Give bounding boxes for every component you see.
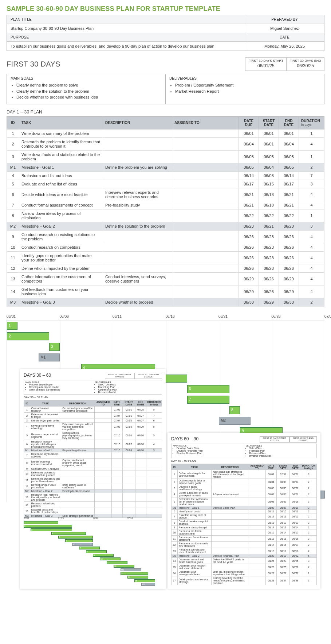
col-id: ID [7, 116, 19, 129]
prepared-by-value: Miguel Sanchez [245, 24, 324, 33]
first-30-start-box: FIRST 30 DAYS START 06/01/25 [245, 57, 287, 71]
gantt-bar: 8 [229, 406, 240, 414]
day-1-30-plan-label: DAY 1 – 30 PLAN [7, 109, 324, 115]
goal-item: Clearly define the solution to the probl… [16, 88, 162, 95]
days-60-90-overlay: DAYS 60 – 90 FIRST 30 DAYS START07/31/25… [168, 433, 320, 589]
gantt-bar: 2 [7, 332, 49, 340]
date-label: DATE [245, 33, 324, 42]
table-row: 2Research the problem to identify factor… [7, 137, 324, 150]
gantt-tick: 06/16 [166, 313, 219, 320]
col-duration: DURATIONin days [299, 116, 324, 129]
purpose-value: To establish our business goals and deli… [7, 42, 245, 51]
meta-table: PLAN TITLE PREPARED BY Startup Company 3… [7, 15, 324, 51]
table-row: M2Milestone – Goal 2Define the solution … [7, 222, 324, 230]
col-end-date: END DATE [279, 116, 299, 129]
table-row: 6Decide which ideas are most feasibleInt… [7, 188, 324, 201]
col-date-due: DATE DUE [239, 116, 259, 129]
plan-title-value: Startup Company 30-60-90 Day Business Pl… [7, 24, 245, 33]
table-row: 11Identify gaps or opportunities that ma… [7, 251, 324, 264]
deliverable-item: Problem / Opportunity Statement [175, 82, 320, 88]
first-30-start-label: FIRST 30 DAYS START [245, 58, 286, 63]
table-row: 7Conduct formal assessments of conceptPr… [7, 201, 324, 209]
days-30-60-overlay: DAYS 30 – 60 FIRST 30 DAYS START07/01/25… [20, 369, 166, 589]
gantt-bar: M2 [219, 417, 251, 425]
purpose-label: PURPOSE [7, 33, 245, 42]
goal-item: Decide whether to proceed with business … [16, 94, 162, 100]
table-row: 10Conduct research on competitors06/2606… [7, 243, 324, 251]
col-start-date: START DATE [259, 116, 279, 129]
col-task: TASK [19, 116, 103, 129]
table-row: 5Evaluate and refine list of ideas06/170… [7, 180, 324, 188]
goal-item: Clearly define the problem to solve [16, 82, 162, 88]
plan-table: ID TASK DESCRIPTION ASSIGNED TO DATE DUE… [7, 116, 324, 307]
date-value: Monday, May 26, 2025 [245, 42, 324, 51]
gantt-bar: 1 [7, 322, 17, 330]
days-60-90-heading: DAYS 60 – 90 [171, 436, 260, 441]
table-row: 8Narrow down ideas by process of elimina… [7, 209, 324, 222]
table-row: 1Write down a summary of the problem06/0… [7, 129, 324, 137]
gantt-bar: M1 [39, 353, 60, 361]
gantt-tick: 06/11 [113, 313, 166, 320]
table-row: 9Conduct research on existing solutions … [7, 230, 324, 243]
table-row: 4Brainstorm and list out ideas06/1406/08… [7, 171, 324, 180]
gantt-tick: 06/06 [60, 313, 113, 320]
goals-deliverables-panel: MAIN GOALS Clearly define the problem to… [7, 74, 324, 104]
table-row: 3Write down facts and statistics related… [7, 150, 324, 163]
gantt-bar: 3 [49, 343, 60, 351]
days-30-60-heading: DAYS 30 – 60 [24, 373, 105, 378]
gantt-tick: 06/01 [7, 313, 60, 320]
main-goals-label: MAIN GOALS [11, 76, 162, 80]
first-30-end-box: FIRST 30 DAYS END 06/30/25 [287, 57, 324, 71]
gantt-tick: 06/21 [218, 313, 272, 320]
table-row: 13Gather information on the customers of… [7, 272, 324, 285]
deliverable-item: Market Research Report [175, 88, 320, 95]
col-assigned-to: ASSIGNED TO [172, 116, 239, 129]
prepared-by-label: PREPARED BY [245, 15, 324, 24]
table-row: M1Milestone - Goal 1Define the problem y… [7, 163, 324, 171]
gantt-bar: 7 [187, 396, 229, 404]
table-row: M3Milestone – Goal 3Decide whether to pr… [7, 298, 324, 306]
first-30-days-heading: FIRST 30 DAYS [7, 60, 245, 68]
deliverables-list: Problem / Opportunity StatementMarket Re… [175, 82, 320, 94]
first-30-start-value: 06/01/25 [245, 63, 286, 71]
plan-title-label: PLAN TITLE [7, 15, 245, 24]
goals-list: Clearly define the problem to solveClear… [16, 82, 162, 100]
deliverables-label: DELIVERABLES [169, 76, 320, 80]
gantt-tick: 06/26 [272, 313, 325, 320]
gantt-bar: 6 [187, 385, 229, 393]
table-row: 12Define who is impacted by the problem0… [7, 264, 324, 272]
first-30-end-label: FIRST 30 DAYS END [287, 58, 324, 63]
col-description: DESCRIPTION [103, 116, 172, 129]
document-title: SAMPLE 30-60-90 DAY BUSINESS PLAN FOR ST… [7, 5, 324, 13]
first-30-end-value: 06/30/25 [287, 63, 324, 71]
table-row: 14Get feedback from customers on your bu… [7, 285, 324, 298]
